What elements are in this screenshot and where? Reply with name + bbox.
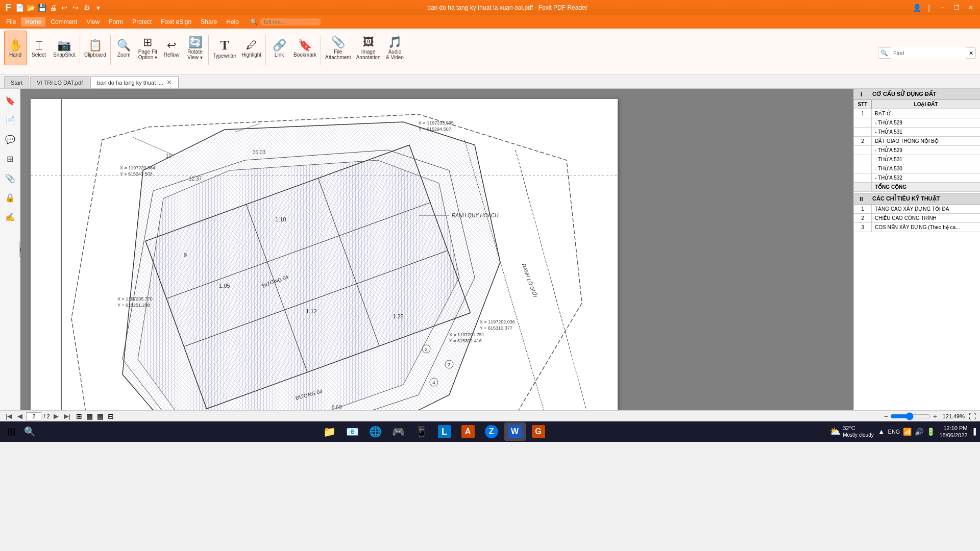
systray-arrow-icon[interactable]: ▲ (878, 428, 885, 436)
taskbar-app-word[interactable]: W (504, 422, 526, 441)
weather-icon: ⛅ (829, 426, 841, 437)
zoom-slider[interactable] (890, 412, 931, 420)
user-icon[interactable]: 👤 (913, 4, 921, 12)
tab-vitri[interactable]: VI TRI LO DAT.pdf (30, 76, 89, 88)
new-doc-icon[interactable]: 📄 (15, 4, 23, 12)
audio-button[interactable]: 🎵 Audio& Video (383, 31, 406, 65)
clock-display[interactable]: 12:10 PM 18/06/2022 (939, 424, 967, 439)
open-icon[interactable]: 📂 (27, 4, 35, 12)
menu-protect[interactable]: Protect (128, 17, 156, 27)
sidebar-bookmark-icon[interactable]: 🔖 (3, 93, 18, 108)
systray-lang[interactable]: ENG (888, 429, 900, 435)
clipboard-button[interactable]: 📋 Clipboard (82, 31, 108, 65)
next-page-button[interactable]: ▶ (52, 412, 60, 420)
imageanno-button[interactable]: 🖼 ImageAnnotation (354, 31, 383, 65)
sidebar-security-icon[interactable]: 🔒 (3, 190, 18, 205)
taskbar-app-edge[interactable]: 🌐 (365, 422, 386, 441)
snapshot-button[interactable]: 📷 SnapShot (51, 31, 78, 65)
table-row: - THỬA 529 (854, 118, 980, 128)
show-desktop-button[interactable]: ▐ (971, 428, 976, 435)
print-icon[interactable]: 🖨 (49, 4, 57, 12)
start-button[interactable]: ⊞ (4, 422, 19, 441)
menu-view[interactable]: View (82, 17, 104, 27)
svg-text:1.25: 1.25 (393, 313, 403, 319)
rotateview-button[interactable]: 🔄 RotateView ▾ (184, 31, 206, 65)
attachment-button[interactable]: 📎 FileAttachment (323, 31, 353, 65)
reflow-icon: ↩ (167, 40, 176, 51)
menu-file[interactable]: File (2, 17, 20, 27)
svg-text:3: 3 (448, 362, 450, 367)
tab-start[interactable]: Start (4, 76, 29, 88)
bookmark-button[interactable]: 🔖 Bookmark (291, 31, 318, 65)
svg-text:10: 10 (166, 153, 172, 159)
svg-text:RANH QUY HOACH: RANH QUY HOACH (452, 213, 499, 218)
reflow-button[interactable]: ↩ Reflow (160, 31, 183, 65)
taskbar-app-a[interactable]: A (457, 422, 479, 441)
menu-share[interactable]: Share (197, 17, 221, 27)
redo-icon[interactable]: ↪ (71, 4, 80, 12)
page-number-input[interactable] (26, 412, 41, 420)
audio-icon: 🎵 (388, 37, 402, 48)
pdf-content-area[interactable]: 1.10 1.05 1.12 1.25 9 12.37 35.03 10 8.6… (20, 89, 853, 410)
svg-text:Y = 615251.298: Y = 615251.298 (117, 303, 150, 308)
settings-icon[interactable]: ⚙ (83, 4, 91, 12)
sidebar-signature-icon[interactable]: ✍ (3, 209, 18, 224)
find-input[interactable] (890, 47, 967, 59)
fullscreen-button[interactable]: ⛶ (969, 412, 976, 420)
zoom-out-button[interactable]: − (884, 412, 888, 420)
taskbar-app-zalo[interactable]: Z (481, 422, 502, 441)
page-layout-option[interactable]: ⊟ (108, 412, 114, 420)
close-button[interactable]: ✕ (966, 4, 976, 12)
sidebar-comment-icon[interactable]: 💬 (3, 132, 18, 147)
page-layout-continuous[interactable]: ▦ (86, 412, 93, 420)
page-layout-facing[interactable]: ▤ (97, 412, 104, 420)
taskbar-app-explorer[interactable]: 📁 (319, 422, 340, 441)
tell-me-input[interactable] (260, 18, 321, 26)
undo-icon[interactable]: ↩ (60, 4, 68, 12)
taskbar: ⊞ 🔍 📁 📧 🌐 🎮 📱 L A Z W (0, 421, 980, 442)
highlight-button[interactable]: 🖊 Highlight (239, 31, 263, 65)
menu-comment[interactable]: Comment (46, 17, 81, 27)
prev-page-button[interactable]: ◀ (16, 412, 24, 420)
first-page-button[interactable]: |◀ (4, 412, 14, 420)
sidebar-attachment-icon[interactable]: 📎 (3, 170, 18, 186)
tab-close-button[interactable]: ✕ (166, 79, 172, 86)
search-button[interactable]: 🔍 (21, 422, 38, 441)
weather-condition: Mostly cloudy (843, 432, 874, 438)
last-page-button[interactable]: ▶| (62, 412, 72, 420)
tab-bando[interactable]: ban do ha tang ky thuat l... ✕ (90, 76, 179, 88)
weather-temp: 32°C (843, 425, 874, 432)
sidebar-layer-icon[interactable]: ⊞ (3, 151, 18, 166)
dropdown-icon[interactable]: ▾ (94, 4, 102, 12)
page-layout-single[interactable]: ⊞ (76, 412, 82, 420)
select-button[interactable]: ⌶ Select (28, 31, 50, 65)
taskbar-app-mail[interactable]: 📧 (342, 422, 363, 441)
taskbar-app-g[interactable]: G (528, 422, 549, 441)
zoom-icon: 🔍 (117, 40, 131, 51)
hand-button[interactable]: ✋ Hand (4, 31, 27, 65)
taskbar-app-l[interactable]: L (434, 422, 455, 441)
zoom-in-button[interactable]: + (933, 412, 937, 420)
find-close-icon[interactable]: ✕ (969, 50, 973, 57)
menu-help[interactable]: Help (222, 17, 243, 27)
typewriter-button[interactable]: T Typewriter (211, 31, 238, 65)
svg-text:1.05: 1.05 (219, 283, 230, 289)
restore-button[interactable]: ❐ (951, 4, 962, 12)
explorer-icon: 📁 (323, 425, 336, 438)
pagefit-button[interactable]: ⊞ Page FitOption ▾ (136, 31, 159, 65)
zoom-button[interactable]: 🔍 Zoom (113, 31, 135, 65)
pdf-page: 1.10 1.05 1.12 1.25 9 12.37 35.03 10 8.6… (31, 99, 618, 410)
minimize-button[interactable]: − (937, 4, 947, 12)
menu-form[interactable]: Form (105, 17, 127, 27)
taskbar-app-teams[interactable]: 🎮 (388, 422, 409, 441)
link-button[interactable]: 🔗 Link (268, 31, 290, 65)
zoom-controls: − + 121.49% (884, 412, 965, 420)
sidebar-page-icon[interactable]: 📄 (3, 112, 18, 128)
menu-home[interactable]: Home (21, 17, 45, 27)
taskbar-app-phone[interactable]: 📱 (411, 422, 432, 441)
menu-foxit-esign[interactable]: Foxit eSign (157, 17, 195, 27)
save-icon[interactable]: 💾 (38, 4, 46, 12)
weather-widget[interactable]: ⛅ 32°C Mostly cloudy (829, 425, 874, 438)
table-row: 1 TẦNG CAO XÂY DỰNG TỐI ĐA (854, 205, 980, 214)
ribbon-sep-3 (208, 35, 209, 65)
